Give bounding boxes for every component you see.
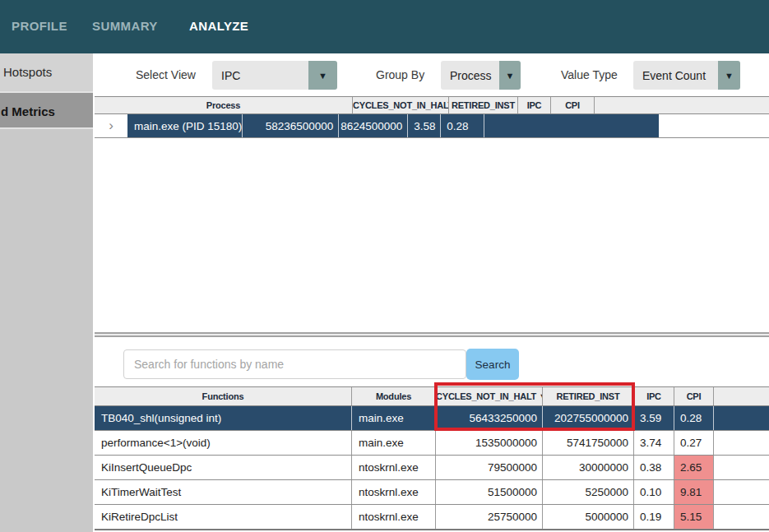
ipc-cell: 3.59 xyxy=(634,406,674,430)
column-header-cpi[interactable]: CPI xyxy=(551,97,595,113)
function-name-cell: KiInsertQueueDpc xyxy=(95,456,352,479)
table-row[interactable]: performance<1>(void) main.exe 1535000000… xyxy=(95,431,769,456)
tab-summary[interactable]: SUMMARY xyxy=(92,19,158,33)
cpi-cell: 0.28 xyxy=(674,406,714,430)
cycles-cell: 1535000000 xyxy=(436,431,543,455)
cpi-alert-cell: 2.65 xyxy=(674,456,714,479)
functions-table: Functions Modules CYCLES_NOT_IN_HALT ▼ R… xyxy=(95,386,769,530)
cycles-cell: 25750000 xyxy=(436,505,543,529)
retired-inst-cell: 5000000 xyxy=(543,505,634,529)
functions-table-header: Functions Modules CYCLES_NOT_IN_HALT ▼ R… xyxy=(95,386,769,406)
value-type-value: Event Count xyxy=(633,61,718,90)
select-view-value: IPC xyxy=(212,61,308,90)
ipc-cell: 0.38 xyxy=(634,456,674,479)
module-cell: ntoskrnl.exe xyxy=(352,505,436,529)
process-table: Process CYCLES_NOT_IN_HALT ▼ RETIRED_INS… xyxy=(95,96,769,138)
process-table-header: Process CYCLES_NOT_IN_HALT ▼ RETIRED_INS… xyxy=(95,96,769,114)
column-header-ipc[interactable]: IPC xyxy=(634,387,674,405)
value-type-label: Value Type xyxy=(561,68,618,81)
empty-cell xyxy=(484,114,659,137)
cpi-alert-cell: 9.81 xyxy=(674,480,714,504)
retired-inst-cell: 202755000000 xyxy=(543,406,634,430)
retired-inst-cell: 8624500000 xyxy=(339,114,408,137)
ipc-cell: 3.58 xyxy=(408,114,441,137)
top-navigation-bar: PROFILE SUMMARY ANALYZE xyxy=(0,0,769,53)
retired-inst-cell: 5741750000 xyxy=(543,431,634,455)
cpi-cell: 0.27 xyxy=(674,431,714,455)
group-by-label: Group By xyxy=(376,68,424,81)
table-row[interactable]: › main.exe (PID 15180) 58236500000 86245… xyxy=(95,114,769,138)
group-by-value: Process xyxy=(441,61,499,90)
module-cell: ntoskrnl.exe xyxy=(352,480,436,504)
column-header-cpi[interactable]: CPI xyxy=(674,387,714,405)
retired-inst-cell: 5250000 xyxy=(543,480,634,504)
ipc-cell: 0.10 xyxy=(634,480,674,504)
function-name-cell: KiRetireDpcList xyxy=(95,505,352,529)
column-header-cycles-not-in-halt[interactable]: CYCLES_NOT_IN_HALT ▼ xyxy=(436,387,543,405)
chevron-down-icon[interactable]: ▼ xyxy=(308,61,337,90)
empty-cell xyxy=(714,456,769,479)
tab-profile[interactable]: PROFILE xyxy=(12,19,67,33)
select-view-dropdown[interactable]: IPC ▼ xyxy=(212,61,337,90)
cycles-cell: 79500000 xyxy=(436,456,543,479)
cycles-cell: 58236500000 xyxy=(243,114,339,137)
module-cell: main.exe xyxy=(352,431,436,455)
chevron-down-icon[interactable]: ▼ xyxy=(718,61,740,90)
table-row[interactable]: KiInsertQueueDpc ntoskrnl.exe 79500000 3… xyxy=(95,456,769,480)
search-button[interactable]: Search xyxy=(466,349,519,380)
value-type-dropdown[interactable]: Event Count ▼ xyxy=(633,61,740,90)
column-header-process[interactable]: Process xyxy=(95,97,353,113)
retired-inst-cell: 30000000 xyxy=(543,456,634,479)
row-expander-icon[interactable]: › xyxy=(95,114,127,137)
tab-analyze[interactable]: ANALYZE xyxy=(189,19,248,33)
table-row[interactable]: KiTimerWaitTest ntoskrnl.exe 51500000 52… xyxy=(95,480,769,505)
table-row[interactable]: TB040_shl(unsigned int) main.exe 5643325… xyxy=(95,406,769,431)
function-name-cell: performance<1>(void) xyxy=(95,431,352,455)
group-by-dropdown[interactable]: Process ▼ xyxy=(441,61,521,90)
empty-cell xyxy=(714,480,769,504)
column-header-retired-inst[interactable]: RETIRED_INST xyxy=(449,97,518,113)
column-header-ipc[interactable]: IPC xyxy=(518,97,551,113)
column-header-empty xyxy=(595,97,769,113)
empty-cell xyxy=(714,431,769,455)
column-header-retired-inst[interactable]: RETIRED_INST xyxy=(543,387,634,405)
cpi-cell: 0.28 xyxy=(441,114,484,137)
cycles-cell: 56433250000 xyxy=(436,406,543,430)
cpi-alert-cell: 5.15 xyxy=(674,505,714,529)
sidebar-item-hotspots[interactable]: Hotspots xyxy=(0,53,93,91)
process-name-cell: main.exe (PID 15180) xyxy=(127,114,243,137)
select-view-label: Select View xyxy=(136,68,196,81)
module-cell: main.exe xyxy=(352,406,436,430)
empty-cell xyxy=(714,505,769,529)
horizontal-splitter[interactable] xyxy=(95,331,769,339)
search-input[interactable] xyxy=(123,349,466,379)
column-header-empty xyxy=(714,387,769,405)
ipc-cell: 0.19 xyxy=(634,505,674,529)
chevron-down-icon[interactable]: ▼ xyxy=(499,61,521,90)
function-name-cell: TB040_shl(unsigned int) xyxy=(95,406,352,430)
cycles-cell: 51500000 xyxy=(436,480,543,504)
module-cell: ntoskrnl.exe xyxy=(352,456,436,479)
column-header-modules[interactable]: Modules xyxy=(352,387,436,405)
function-name-cell: KiTimerWaitTest xyxy=(95,480,352,504)
table-row[interactable]: KiRetireDpcList ntoskrnl.exe 25750000 50… xyxy=(95,505,769,530)
empty-cell xyxy=(714,406,769,430)
sidebar-item-metrics[interactable]: d Metrics xyxy=(0,91,93,129)
column-header-functions[interactable]: Functions xyxy=(95,387,352,405)
column-header-cycles-not-in-halt[interactable]: CYCLES_NOT_IN_HALT ▼ xyxy=(353,97,449,113)
ipc-cell: 3.74 xyxy=(634,431,674,455)
left-sidebar: Hotspots d Metrics xyxy=(0,53,93,532)
